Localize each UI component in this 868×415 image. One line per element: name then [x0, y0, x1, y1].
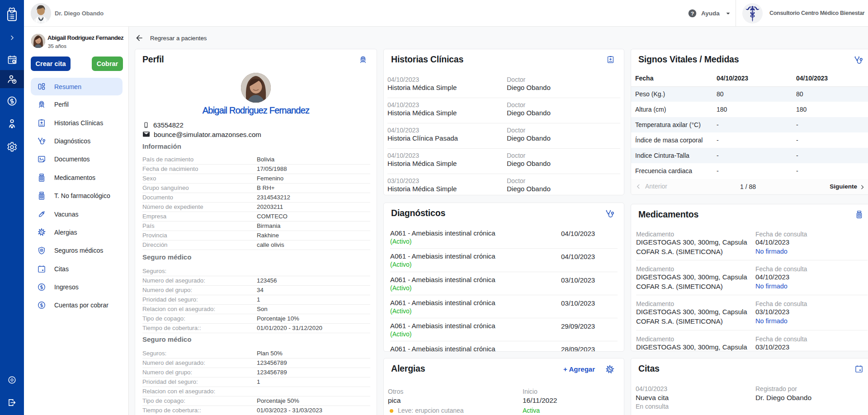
svg-text:?: ? [691, 10, 694, 16]
